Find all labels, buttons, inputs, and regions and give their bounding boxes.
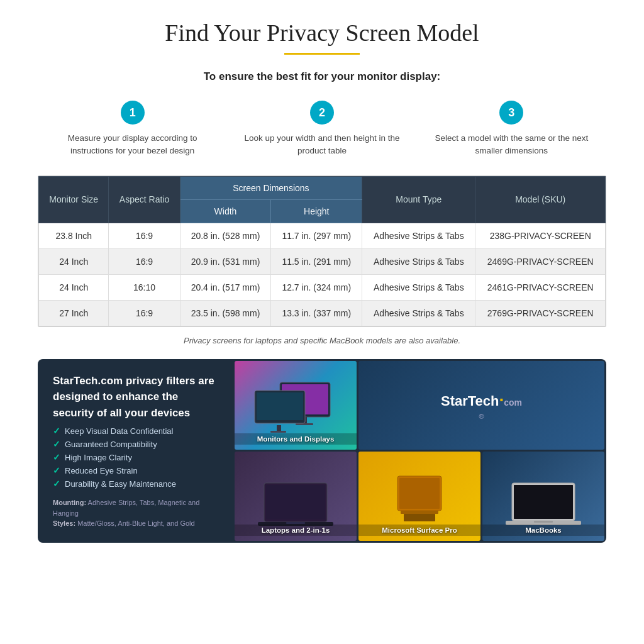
table-cell: 20.8 in. (528 mm) xyxy=(180,223,271,248)
laptops-label: Laptops and 2-in-1s xyxy=(235,525,357,536)
table-cell: Adhesive Strips & Tabs xyxy=(362,223,475,248)
check-icon-4: ✓ xyxy=(53,465,60,475)
mounting-label: Mounting: xyxy=(53,499,86,506)
table-cell: 24 Inch xyxy=(39,274,109,300)
svg-rect-17 xyxy=(401,511,438,514)
step-3-circle: 3 xyxy=(499,101,523,125)
step-1-circle: 1 xyxy=(121,101,145,125)
banner-right: Monitors and Displays StarTech·com ® xyxy=(233,359,606,543)
checklist-item: ✓ Keep Visual Data Confidential xyxy=(53,426,218,436)
checklist-item-3-text: High Image Clarity xyxy=(65,453,132,462)
styles-label: Styles: xyxy=(53,519,75,527)
table-cell: Adhesive Strips & Tabs xyxy=(362,274,475,300)
svg-rect-8 xyxy=(270,431,286,433)
table-cell: Adhesive Strips & Tabs xyxy=(362,248,475,274)
macbooks-label: MacBooks xyxy=(482,525,604,536)
svg-rect-11 xyxy=(266,485,325,519)
col-header-height: Height xyxy=(271,199,362,223)
checklist-item: ✓ Reduced Eye Strain xyxy=(53,465,218,475)
brand-name: StarTech.com xyxy=(53,375,123,387)
table-cell: 24 Inch xyxy=(39,248,109,274)
startech-logo-panel: StarTech·com ® xyxy=(358,361,604,450)
banner-footer-text: Mounting: Adhesive Strips, Tabs, Magneti… xyxy=(53,497,218,529)
table-cell: Adhesive Strips & Tabs xyxy=(362,300,475,326)
svg-rect-6 xyxy=(257,392,303,420)
monitor-svg xyxy=(252,379,340,436)
svg-rect-18 xyxy=(404,514,435,521)
check-icon-2: ✓ xyxy=(53,439,60,449)
checklist-item: ✓ High Image Clarity xyxy=(53,452,218,462)
table-cell: 11.5 in. (291 mm) xyxy=(271,248,362,274)
table-cell: 23.5 in. (598 mm) xyxy=(180,300,271,326)
table-cell: 16:9 xyxy=(109,300,180,326)
monitors-label: Monitors and Displays xyxy=(235,433,357,445)
surface-svg xyxy=(394,473,445,530)
step-2: 2 Look up your width and then height in … xyxy=(227,101,416,158)
col-header-model: Model (SKU) xyxy=(475,176,606,223)
table-cell: 11.7 in. (297 mm) xyxy=(271,223,362,248)
startech-reg: ® xyxy=(441,413,522,420)
surface-panel: Microsoft Surface Pro xyxy=(358,452,480,541)
product-table-wrapper: Monitor Size Aspect Ratio Screen Dimensi… xyxy=(38,175,606,327)
product-table: Monitor Size Aspect Ratio Screen Dimensi… xyxy=(38,176,606,326)
checklist-item-1-text: Keep Visual Data Confidential xyxy=(65,426,174,436)
macbook-svg xyxy=(506,480,581,527)
col-header-screen-dim: Screen Dimensions xyxy=(180,176,362,199)
table-cell: 27 Inch xyxy=(39,300,109,326)
table-cell: 20.4 in. (517 mm) xyxy=(180,274,271,300)
styles-text: Matte/Gloss, Anti-Blue Light, and Gold xyxy=(77,519,195,527)
page-title: Find Your Privacy Screen Model xyxy=(38,19,606,47)
step-2-text: Look up your width and then height in th… xyxy=(240,132,404,158)
table-cell: 2769G-PRIVACY-SCREEN xyxy=(475,300,606,326)
table-row: 23.8 Inch16:920.8 in. (528 mm)11.7 in. (… xyxy=(39,223,606,248)
table-cell: 23.8 Inch xyxy=(39,223,109,248)
table-cell: 238G-PRIVACY-SCREEN xyxy=(475,223,606,248)
table-row: 24 Inch16:920.9 in. (531 mm)11.5 in. (29… xyxy=(39,248,606,274)
monitors-panel: Monitors and Displays xyxy=(235,361,357,450)
table-cell: 16:9 xyxy=(109,248,180,274)
step-1: 1 Measure your display according to inst… xyxy=(38,101,227,158)
table-cell: 16:9 xyxy=(109,223,180,248)
table-cell: 13.3 in. (337 mm) xyxy=(271,300,362,326)
step-2-circle: 2 xyxy=(310,101,334,125)
col-header-width: Width xyxy=(180,199,271,223)
svg-rect-16 xyxy=(399,478,440,509)
checklist-item-2-text: Guaranteed Compatibility xyxy=(65,440,157,449)
step-3: 3 Select a model with the same or the ne… xyxy=(417,101,606,158)
checklist-item-4-text: Reduced Eye Strain xyxy=(65,466,138,475)
check-icon-1: ✓ xyxy=(53,426,60,436)
col-header-ratio: Aspect Ratio xyxy=(109,176,180,223)
title-underline xyxy=(284,53,360,55)
table-row: 27 Inch16:923.5 in. (598 mm)13.3 in. (33… xyxy=(39,300,606,326)
surface-label: Microsoft Surface Pro xyxy=(358,525,480,536)
checklist: ✓ Keep Visual Data Confidential ✓ Guaran… xyxy=(53,426,218,489)
laptops-panel: Laptops and 2-in-1s xyxy=(235,452,357,541)
step-3-text: Select a model with the same or the next… xyxy=(430,132,594,158)
checklist-item: ✓ Guaranteed Compatibility xyxy=(53,439,218,449)
startech-logo-text: StarTech·com xyxy=(441,390,522,410)
laptop-svg xyxy=(258,480,333,527)
table-cell: 12.7 in. (324 mm) xyxy=(271,274,362,300)
table-row: 24 Inch16:1020.4 in. (517 mm)12.7 in. (3… xyxy=(39,274,606,300)
svg-rect-13 xyxy=(286,522,305,524)
table-cell: 20.9 in. (531 mm) xyxy=(180,248,271,274)
check-icon-5: ✓ xyxy=(53,479,60,489)
step-1-text: Measure your display according to instru… xyxy=(50,132,214,158)
svg-rect-7 xyxy=(277,425,281,431)
steps-row: 1 Measure your display according to inst… xyxy=(38,101,606,158)
table-cell: 2461G-PRIVACY-SCREEN xyxy=(475,274,606,300)
svg-rect-21 xyxy=(514,485,573,519)
col-header-size: Monitor Size xyxy=(39,176,109,223)
svg-rect-23 xyxy=(534,521,553,523)
col-header-mount: Mount Type xyxy=(362,176,475,223)
macbooks-panel: MacBooks xyxy=(482,452,604,541)
startech-com: com xyxy=(504,397,522,408)
bottom-banner: StarTech.com privacy filters are designe… xyxy=(38,359,606,543)
check-icon-3: ✓ xyxy=(53,452,60,462)
table-note: Privacy screens for laptops and specific… xyxy=(38,336,606,345)
banner-left: StarTech.com privacy filters are designe… xyxy=(38,359,233,543)
checklist-item: ✓ Durability & Easy Maintenance xyxy=(53,479,218,489)
banner-brand-text: StarTech.com privacy filters are designe… xyxy=(53,373,218,421)
table-cell: 2469G-PRIVACY-SCREEN xyxy=(475,248,606,274)
subtitle: To ensure the best fit for your monitor … xyxy=(38,70,606,83)
